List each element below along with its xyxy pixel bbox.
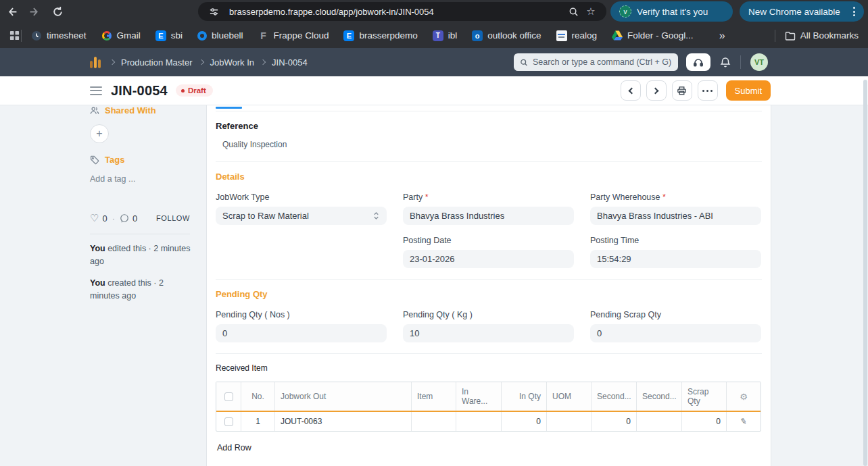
cell-in-qty[interactable]: 0 bbox=[502, 412, 547, 431]
sidebar-toggle-icon[interactable] bbox=[90, 86, 102, 95]
posting-date-label: Posting Date bbox=[403, 236, 574, 245]
table-row: 1 JOUT-0063 0 0 0 ✎ bbox=[216, 412, 761, 431]
url-text[interactable]: brasserpdemo.frappe.cloud/app/jobwork-in… bbox=[229, 7, 564, 17]
bookmark-timesheet[interactable]: timesheet bbox=[31, 30, 87, 41]
bookmark-realog[interactable]: realog bbox=[556, 30, 598, 41]
bookmark-brasserpdemo[interactable]: E brasserpdemo bbox=[343, 30, 417, 41]
scrollbar[interactable] bbox=[863, 80, 867, 466]
party-wherehouse-label: Party Wherehouse bbox=[590, 192, 660, 202]
cell-secondary-1[interactable]: 0 bbox=[592, 412, 637, 431]
jobwork-type-select[interactable]: Scrap to Raw Material bbox=[216, 207, 387, 225]
back-icon[interactable] bbox=[0, 1, 23, 22]
bookmark-star-icon[interactable]: ☆ bbox=[582, 5, 600, 18]
print-button[interactable] bbox=[672, 80, 692, 101]
comment-icon[interactable] bbox=[120, 213, 129, 223]
address-bar[interactable]: brasserpdemo.frappe.cloud/app/jobwork-in… bbox=[198, 2, 606, 21]
cell-uom[interactable] bbox=[547, 412, 592, 431]
received-item-label: Received Item bbox=[216, 363, 762, 373]
breadcrumb-jobwork-in[interactable]: JobWork In bbox=[210, 57, 255, 68]
avatar[interactable]: VT bbox=[750, 53, 768, 71]
browser-menu-icon[interactable] bbox=[853, 7, 855, 16]
verify-profile-chip[interactable]: v Verify that it's you bbox=[610, 1, 733, 22]
table-header-row: No. Jobwork Out Item In Ware... In Qty U… bbox=[216, 382, 761, 412]
forward-icon[interactable] bbox=[23, 1, 46, 22]
details-section: Details JobWork Type Scrap to Raw Materi… bbox=[216, 162, 762, 280]
posting-date-input[interactable]: 23-01-2026 bbox=[403, 250, 574, 268]
cell-jobwork-out[interactable]: JOUT-0063 bbox=[275, 412, 412, 431]
all-bookmarks-button[interactable]: All Bookmarks bbox=[785, 30, 859, 41]
posting-date-value: 23-01-2026 bbox=[410, 254, 455, 264]
bookmark-ibl[interactable]: T ibl bbox=[433, 30, 458, 41]
submit-button[interactable]: Submit bbox=[726, 80, 771, 101]
cell-item[interactable] bbox=[412, 412, 456, 431]
apps-grid-icon[interactable] bbox=[9, 30, 20, 41]
details-heading[interactable]: Details bbox=[216, 172, 762, 182]
bookmark-outlook[interactable]: o outlook office bbox=[472, 30, 541, 41]
form-sidebar: Shared With + Tags Add a tag ... ♡ 0 · 0… bbox=[90, 105, 198, 311]
required-mark: * bbox=[662, 192, 666, 202]
search-tabs-icon[interactable] bbox=[564, 7, 582, 17]
tags-section[interactable]: Tags bbox=[90, 155, 198, 165]
select-all-checkbox[interactable] bbox=[224, 392, 233, 401]
party-label: Party bbox=[403, 192, 423, 202]
divider bbox=[740, 55, 741, 69]
breadcrumb-jin-0054[interactable]: JIN-0054 bbox=[272, 57, 308, 68]
bookmark-sbi[interactable]: E sbi bbox=[155, 30, 183, 41]
menu-button[interactable] bbox=[698, 80, 718, 101]
chrome-update-chip[interactable]: New Chrome available bbox=[740, 1, 864, 22]
bookmark-label: brasserpdemo bbox=[359, 30, 417, 41]
app-navbar: Production Master JobWork In JIN-0054 VT bbox=[0, 48, 868, 76]
verify-chip-label: Verify that it's you bbox=[637, 7, 708, 17]
select-chevrons-icon bbox=[372, 211, 380, 220]
notifications-button[interactable] bbox=[720, 57, 731, 68]
bookmark-gmail[interactable]: Gmail bbox=[101, 30, 141, 41]
chevron-right-icon bbox=[652, 87, 658, 94]
col-secondary-2: Second... bbox=[637, 382, 682, 411]
pending-qty-kg-input[interactable]: 10 bbox=[403, 324, 574, 342]
cell-secondary-2[interactable] bbox=[637, 412, 682, 431]
jobwork-type-label: JobWork Type bbox=[216, 192, 387, 202]
global-search[interactable] bbox=[514, 53, 678, 71]
quality-inspection-link[interactable]: Quality Inspection bbox=[222, 140, 762, 149]
activity-entry: You edited this · 2 minutes ago bbox=[90, 242, 193, 269]
add-row-button[interactable]: Add Row bbox=[216, 440, 253, 455]
follow-button[interactable]: FOLLOW bbox=[156, 214, 190, 222]
add-tag-input[interactable]: Add a tag ... bbox=[90, 174, 198, 184]
app-logo-icon[interactable] bbox=[90, 57, 101, 68]
ellipsis-icon bbox=[706, 90, 708, 92]
next-document-button[interactable] bbox=[646, 80, 667, 101]
reference-section: Reference Quality Inspection bbox=[216, 111, 762, 162]
google-icon bbox=[101, 30, 112, 41]
search-input[interactable] bbox=[533, 57, 672, 67]
site-info-icon[interactable] bbox=[205, 7, 222, 17]
bookmark-bluebell[interactable]: bluebell bbox=[197, 30, 243, 41]
row-checkbox[interactable] bbox=[224, 417, 233, 426]
status-badge-label: Draft bbox=[188, 86, 206, 95]
bookmark-frappe-cloud[interactable]: F Frappe Cloud bbox=[258, 30, 329, 41]
add-share-button[interactable]: + bbox=[90, 124, 109, 143]
bookmarks-overflow-icon[interactable]: » bbox=[719, 30, 725, 42]
party-input[interactable]: Bhavya Brass Industries bbox=[403, 207, 574, 225]
received-item-table: No. Jobwork Out Item In Ware... In Qty U… bbox=[216, 382, 761, 432]
pending-qty-heading[interactable]: Pending Qty bbox=[216, 289, 762, 299]
col-secondary-1: Second... bbox=[592, 382, 637, 411]
cell-scrap-qty[interactable]: 0 bbox=[682, 412, 727, 431]
party-wherehouse-input[interactable]: Bhavya Brass Industries - ABI bbox=[590, 207, 761, 225]
reload-icon[interactable] bbox=[46, 1, 69, 22]
edit-row-icon[interactable]: ✎ bbox=[725, 409, 762, 434]
update-chip-label: New Chrome available bbox=[748, 7, 840, 17]
pending-scrap-qty-input[interactable]: 0 bbox=[590, 324, 761, 342]
prev-document-button[interactable] bbox=[621, 80, 641, 101]
profile-v-icon: v bbox=[619, 5, 631, 18]
pending-qty-nos-input[interactable]: 0 bbox=[216, 324, 387, 342]
heart-icon[interactable]: ♡ bbox=[90, 212, 99, 224]
breadcrumb-production-master[interactable]: Production Master bbox=[121, 57, 193, 68]
table-settings-icon[interactable]: ⚙ bbox=[727, 382, 761, 411]
posting-time-input[interactable]: 15:54:29 bbox=[590, 250, 761, 268]
help-button[interactable] bbox=[686, 53, 710, 71]
cell-in-warehouse[interactable] bbox=[456, 412, 502, 431]
required-mark: * bbox=[425, 192, 429, 202]
shared-with-section[interactable]: Shared With bbox=[90, 105, 198, 115]
bookmark-drive-folder[interactable]: Folder - Googl... bbox=[612, 30, 694, 41]
pending-qty-section: Pending Qty Pending Qty ( Nos ) 0 Pendin… bbox=[216, 280, 762, 354]
